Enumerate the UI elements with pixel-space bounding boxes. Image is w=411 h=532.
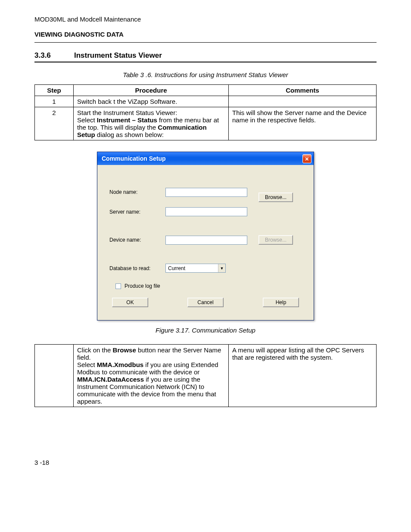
node-name-label: Node name:: [109, 189, 165, 195]
ok-button[interactable]: OK: [112, 298, 148, 307]
close-button[interactable]: ×: [302, 154, 311, 163]
database-label: Database to read:: [109, 265, 165, 271]
produce-log-file-label: Produce log file: [125, 283, 160, 289]
server-name-input[interactable]: [165, 207, 247, 216]
device-name-input[interactable]: [165, 236, 247, 245]
server-name-label: Server name:: [109, 209, 165, 215]
th-comments: Comments: [229, 85, 377, 96]
table-row: 2 Start the Instrument Status Viewer: Se…: [35, 107, 377, 140]
figure-caption: Figure 3.17. Communication Setup: [34, 327, 377, 334]
text-bold: MMA.ICN.DataAccess: [77, 376, 144, 383]
section-title: Instrument Status Viewer: [74, 51, 162, 60]
cancel-button[interactable]: Cancel: [187, 298, 224, 307]
th-procedure: Procedure: [74, 85, 229, 96]
section-number: 3.3.6: [34, 51, 74, 60]
produce-log-file-checkbox[interactable]: [115, 283, 121, 289]
browse-device-button: Browse...: [258, 235, 293, 245]
instructions-table-2: Click on the Browse button near the Serv…: [34, 344, 377, 407]
step-cell: 2: [35, 107, 74, 140]
comments-cell: [229, 96, 377, 107]
text-bold: MMA.Xmodbus: [97, 361, 143, 368]
th-step: Step: [35, 85, 74, 96]
comments-cell: A menu will appear listing all the OPC S…: [229, 345, 377, 407]
text-bold: Instrument – Status: [97, 116, 157, 124]
step-cell: [35, 345, 74, 407]
chevron-down-icon: ▼: [218, 264, 225, 272]
section-heading: 3.3.6 Instrument Status Viewer: [34, 51, 377, 62]
text: Select: [77, 116, 97, 124]
procedure-cell: Start the Instrument Status Viewer: Sele…: [74, 107, 229, 140]
database-selected-value: Current: [168, 265, 185, 271]
text: Select: [77, 361, 97, 368]
procedure-cell: Click on the Browse button near the Serv…: [74, 345, 229, 407]
table-caption: Table 3 .6. Instructions for using Instr…: [34, 71, 377, 78]
text: dialog as shown below:: [95, 131, 164, 138]
database-select[interactable]: Current ▼: [165, 264, 226, 273]
dialog-titlebar[interactable]: Communication Setup ×: [97, 152, 314, 165]
browse-node-button[interactable]: Browse...: [258, 193, 293, 202]
device-name-label: Device name:: [109, 237, 165, 243]
text: Start the Instrument Status Viewer:: [77, 109, 177, 116]
procedure-cell: Switch back t the ViZapp Software.: [74, 96, 229, 107]
section-breadcrumb: VIEWING DIAGNOSTIC DATA: [34, 31, 377, 38]
close-icon: ×: [305, 156, 309, 162]
comments-cell: This will show the Server name and the D…: [229, 107, 377, 140]
step-cell: 1: [35, 96, 74, 107]
instructions-table-1: Step Procedure Comments 1 Switch back t …: [34, 84, 377, 140]
page-number: 3 -18: [34, 459, 377, 466]
help-button[interactable]: Help: [263, 298, 299, 307]
text: Click on the: [77, 346, 113, 354]
dialog-title: Communication Setup: [102, 155, 166, 162]
doc-title: MOD30ML and Modcell Maintenance: [34, 16, 377, 23]
table-row: Click on the Browse button near the Serv…: [35, 345, 377, 407]
text-bold: Browse: [113, 346, 136, 354]
node-name-input[interactable]: [165, 188, 247, 197]
divider: [34, 42, 377, 43]
table-row: 1 Switch back t the ViZapp Software.: [35, 96, 377, 107]
communication-setup-dialog: Communication Setup × Node name: Browse.…: [97, 152, 314, 320]
